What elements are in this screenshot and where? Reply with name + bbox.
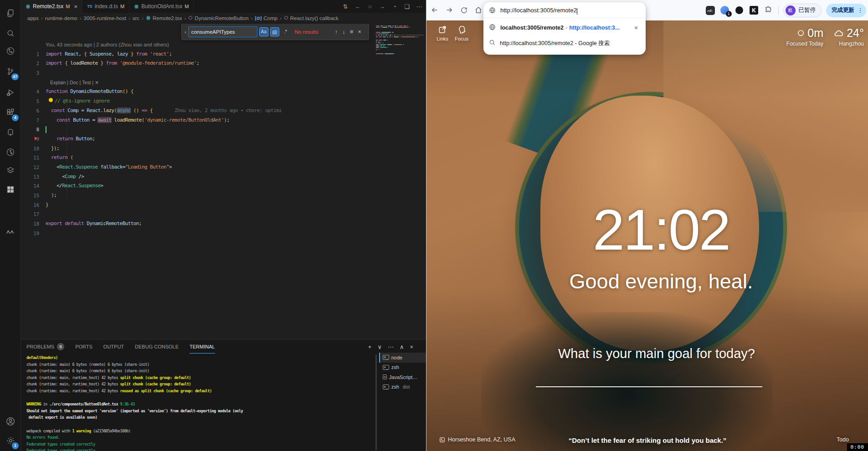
extension-translate-icon[interactable]: 1 [720,5,730,15]
compare-changes-icon[interactable]: ⇅ [341,3,349,10]
tab-close-icon[interactable]: × [74,3,78,10]
grid-icon[interactable] [0,182,21,197]
terminal-scrollbar[interactable] [375,354,377,450]
address-bar[interactable]: http://localhost:3005/remote2 [483,2,646,18]
editor-tab-ButtonOldAnt.tsx[interactable]: ButtonOldAnt.tsxM [129,0,194,13]
profile-status-label: 已暂停 [799,6,816,14]
panel-tab-terminal[interactable]: TERMINAL [190,340,215,354]
globe-icon [489,7,496,14]
extension-dot-icon[interactable] [734,5,745,15]
home-icon[interactable] [472,4,485,16]
reload-icon[interactable] [457,4,470,16]
terminal-instance-JavaScript[interactable]: ◇JavaScript… [379,372,426,382]
timeline-icon[interactable] [0,144,21,160]
codelens-action[interactable]: Explain [50,80,66,85]
find-close-icon[interactable]: × [358,28,361,35]
remote-explorer-icon[interactable] [0,43,21,59]
extensions-puzzle-icon[interactable] [764,5,774,15]
new-terminal-icon[interactable]: + [368,343,372,350]
terminal-instance-zsh[interactable]: >_zshdist [379,382,426,392]
find-prev-icon[interactable]: ↑ [335,28,338,35]
goal-input-underline[interactable] [536,386,762,387]
terminal-line: Federated types created correctly [26,447,373,451]
nav-forward-icon[interactable]: → [378,3,386,10]
breadcrumb-item[interactable]: React.lazy() callback [284,15,339,21]
suggestion-remove-icon[interactable]: × [632,24,640,31]
panel-more-icon[interactable]: ⋯ [388,343,394,350]
codelens-action[interactable]: Test [82,80,91,85]
terminal-instance-list: >_node>_zsh◇JavaScript…>_zshdist [379,353,426,392]
kebab-menu-icon[interactable]: ⋮ [857,7,863,14]
update-button[interactable]: 完成更新 ⋮ [826,4,866,17]
run-debug-icon[interactable] [0,85,21,100]
links-button[interactable]: Links [432,25,452,41]
search-icon[interactable] [0,26,21,41]
suggestion-search[interactable]: http://localhost:3005/remote2 - Google 搜… [483,36,646,51]
code-editor[interactable]: You, 43 seconds ago | 2 authors (Zhou xi… [21,24,376,339]
breadcrumb-item[interactable]: Remote2.tsx [146,15,182,21]
terminal-instance-zsh[interactable]: >_zsh [379,363,426,373]
testing-tree-icon[interactable] [0,125,21,140]
focus-button[interactable]: Focus [452,25,472,41]
find-in-selection-icon[interactable]: ≡ [350,28,354,35]
terminal-line: default export is available soon) [26,414,373,421]
vscode-window: 47 4 1 Remote2.tsxM×TSindex.d.tsMButtonO… [0,0,426,451]
code-line: 10 }); [21,144,376,154]
match-case-button[interactable]: Aa [259,27,268,36]
focus-widget-label: Focused Today [786,41,823,47]
more-actions-icon[interactable]: ⋯ [415,3,423,10]
profile-pill[interactable]: 航 已暂停 [783,4,822,17]
cloud-icon [834,30,844,37]
minimap[interactable] [376,26,424,80]
focus-ring-icon [797,29,805,37]
back-icon[interactable] [428,4,441,16]
links-label: Links [437,36,448,41]
regex-button[interactable]: .* [281,27,290,36]
nav-circle-icon[interactable]: ○ [366,3,374,10]
todo-button[interactable]: Todo [837,436,849,443]
focus-widget[interactable]: 0m Focused Today [786,26,823,47]
editor-tab-index.d.ts[interactable]: TSindex.d.tsM [82,0,129,13]
nav-back-icon[interactable]: ← [354,3,362,10]
breadcrumb-item[interactable]: DynamicRemoteButton [188,15,248,21]
explorer-icon[interactable] [0,5,21,21]
extension-momentum-icon[interactable]: ᨒ [705,5,715,15]
breadcrumb-item[interactable]: runtime-demo [45,15,77,21]
suggestion-url[interactable]: localhost:3005/remote2-http://localhost:… [483,20,646,36]
panel-close-icon[interactable]: × [410,343,413,350]
terminal-icon: >_ [383,365,389,370]
panel-maximize-icon[interactable]: ∧ [400,343,404,350]
breadcrumb-item[interactable]: src [133,15,139,21]
source-control-icon[interactable]: 47 [0,64,21,79]
account-icon[interactable] [0,414,21,429]
editor-tab-Remote2.tsx[interactable]: Remote2.tsxM× [21,0,82,13]
find-next-icon[interactable]: ↓ [342,28,345,35]
breadcrumb-item[interactable]: apps [27,15,39,21]
find-input[interactable]: consumeAPITypes [188,26,257,37]
focus-label: Focus [455,36,468,41]
settings-gear-icon[interactable]: 1 [0,433,21,448]
daily-quote: “Don’t let the fear of striking out hold… [436,436,859,444]
split-editor-icon[interactable]: ❏ [403,3,411,10]
panel-tab-ports[interactable]: PORTS [75,340,92,354]
forward-icon[interactable] [443,4,456,16]
terminal-dropdown-icon[interactable]: ∨ [377,343,382,350]
codelens-action[interactable]: Doc [70,80,78,85]
breadcrumb-item[interactable]: [@]Comp [255,15,277,21]
terminal-output[interactable]: defaultVendors)chunk (runtime: main) 6 b… [26,354,373,451]
url-text[interactable]: http://localhost:3005/remote2 [500,7,577,14]
panel-tab-output[interactable]: OUTPUT [103,340,124,354]
extensions-icon[interactable]: 4 [0,105,21,120]
weather-widget[interactable]: 24° Hangzhou [834,26,864,47]
wave-extension-icon[interactable] [0,224,21,240]
breadcrumb-item[interactable]: 3005-runtime-host [84,15,126,21]
panel-tab-debug-console[interactable]: DEBUG CONSOLE [135,340,179,354]
panel-tab-problems[interactable]: PROBLEMS8 [26,340,64,354]
terminal-instance-node[interactable]: >_node [379,353,426,363]
find-toggle-chevron[interactable]: › [185,29,186,35]
layers-icon[interactable] [0,163,21,179]
timeline-circle-icon[interactable]: ◔ [390,3,399,10]
whole-word-button[interactable]: ab [270,27,279,36]
activity-bar: 47 4 1 [0,0,21,451]
extension-k-icon[interactable]: K [749,5,759,15]
